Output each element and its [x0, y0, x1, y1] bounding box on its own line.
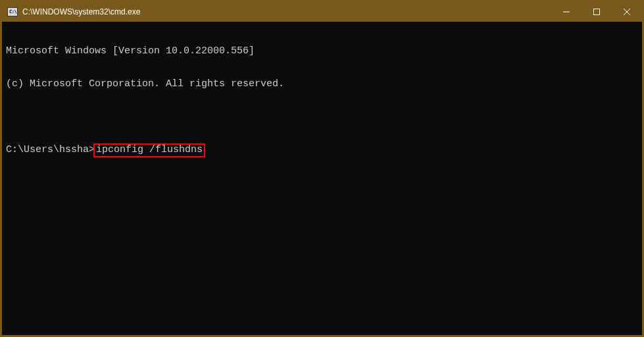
cmd-window: C:\ C:\WINDOWS\system32\cmd.exe [0, 0, 644, 337]
titlebar[interactable]: C:\ C:\WINDOWS\system32\cmd.exe [2, 2, 642, 22]
maximize-button[interactable] [582, 2, 612, 22]
window-controls [551, 2, 642, 22]
minimize-icon [563, 9, 570, 15]
maximize-icon [593, 9, 600, 15]
svg-rect-1 [594, 9, 600, 15]
cmd-icon-text: C:\ [9, 10, 16, 14]
prompt-line: C:\Users\hssha>ipconfig /flushdns [6, 143, 638, 157]
close-icon [624, 9, 630, 15]
cmd-icon: C:\ [7, 7, 18, 16]
version-line: Microsoft Windows [Version 10.0.22000.55… [6, 46, 638, 57]
command-highlight: ipconfig /flushdns [93, 143, 205, 157]
minimize-button[interactable] [551, 2, 582, 22]
copyright-line: (c) Microsoft Corporation. All rights re… [6, 79, 638, 90]
blank-line [6, 111, 638, 122]
close-button[interactable] [612, 2, 642, 22]
terminal-output[interactable]: Microsoft Windows [Version 10.0.22000.55… [2, 22, 642, 335]
window-title: C:\WINDOWS\system32\cmd.exe [22, 7, 551, 16]
prompt-text: C:\Users\hssha> [6, 145, 95, 156]
